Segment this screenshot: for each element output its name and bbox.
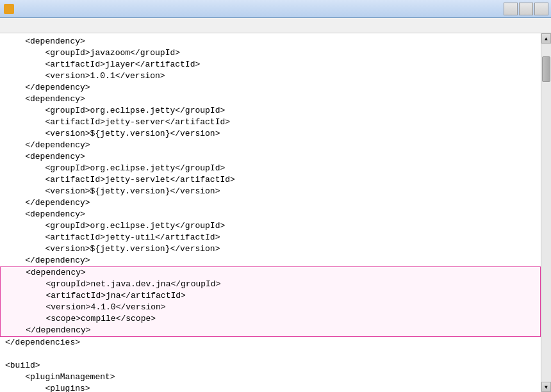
highlight-block: <dependency> <groupId>net.java.dev.jna</… [0, 266, 541, 337]
scroll-track[interactable] [541, 44, 551, 382]
scroll-up-button[interactable]: ▲ [541, 33, 551, 44]
title-bar [0, 0, 551, 18]
code-line: <version>${jetty.version}</version> [0, 243, 541, 255]
code-line: </dependency> [0, 255, 541, 266]
code-line: </dependency> [0, 140, 541, 151]
menu-options[interactable] [37, 24, 47, 27]
code-line: </dependency> [0, 197, 541, 209]
code-line: <dependency> [0, 209, 541, 220]
code-line: <artifactId>jna</artifactId> [1, 290, 540, 302]
menu-bar [0, 18, 551, 33]
code-line: <dependency> [0, 36, 541, 47]
code-line: <plugins> [0, 383, 541, 392]
code-line: <groupId>org.eclipse.jetty</groupId> [0, 163, 541, 174]
editor-container: <dependency> <groupId>javazoom</groupId>… [0, 33, 551, 392]
menu-search[interactable] [26, 24, 36, 27]
minimize-button[interactable] [504, 3, 518, 15]
code-line: <dependency> [0, 151, 541, 163]
scroll-thumb[interactable] [542, 56, 550, 82]
code-line: <pluginManagement> [0, 372, 541, 383]
code-line: <artifactId>jlayer</artifactId> [0, 59, 541, 70]
code-line: <dependency> [0, 94, 541, 105]
code-line: <groupId>net.java.dev.jna</groupId> [1, 279, 540, 290]
menu-help[interactable] [49, 24, 59, 27]
editor-content[interactable]: <dependency> <groupId>javazoom</groupId>… [0, 33, 541, 392]
maximize-button[interactable] [519, 3, 533, 15]
code-line: <dependency> [1, 267, 540, 279]
code-line: <version>4.1.0</version> [1, 302, 540, 313]
code-line: <artifactId>jetty-servlet</artifactId> [0, 174, 541, 186]
menu-edit[interactable] [14, 24, 24, 27]
code-line: <build> [0, 360, 541, 372]
code-line: <scope>compile</scope> [1, 313, 540, 325]
window-controls [504, 3, 548, 15]
code-line: </dependency> [1, 325, 540, 336]
code-line: <version>1.0.1</version> [0, 70, 541, 82]
code-line: </dependencies> [0, 337, 541, 348]
title-bar-left [4, 4, 18, 14]
code-line: <groupId>org.eclipse.jetty</groupId> [0, 105, 541, 117]
code-line: <version>${jetty.version}</version> [0, 186, 541, 197]
vertical-scrollbar[interactable]: ▲ ▼ [541, 33, 551, 392]
code-line [0, 348, 541, 360]
code-area: <dependency> <groupId>javazoom</groupId>… [0, 36, 541, 392]
close-button[interactable] [534, 3, 548, 15]
code-line: <version>${jetty.version}</version> [0, 128, 541, 140]
code-line: <artifactId>jetty-util</artifactId> [0, 232, 541, 243]
app-icon [4, 4, 14, 14]
scroll-down-button[interactable]: ▼ [541, 382, 551, 392]
code-line: <artifactId>jetty-server</artifactId> [0, 117, 541, 128]
code-line: <groupId>javazoom</groupId> [0, 47, 541, 59]
code-line: <groupId>org.eclipse.jetty</groupId> [0, 220, 541, 232]
menu-file[interactable] [3, 24, 13, 27]
code-line: </dependency> [0, 82, 541, 94]
